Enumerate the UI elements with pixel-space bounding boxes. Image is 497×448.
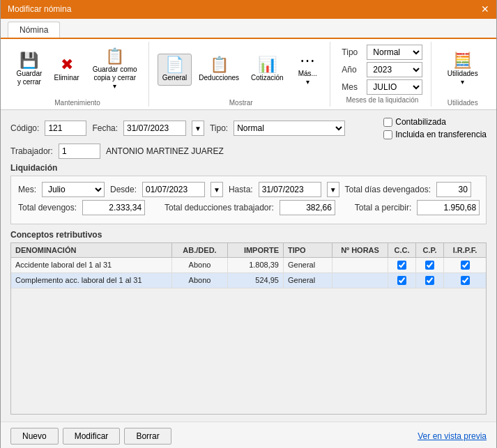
row2-irpf-checkbox[interactable] [461, 276, 470, 285]
guardar-cerrar-button[interactable]: 💾 Guardary cerrar [12, 49, 47, 90]
vista-previa-link[interactable]: Ver en vista previa [418, 431, 487, 441]
row2-cp [416, 273, 444, 288]
table-row[interactable]: Accidente laboral del 1 al 31 Abono 1.80… [11, 258, 486, 273]
col-tipo: TIPO [284, 243, 332, 257]
utilidades-button[interactable]: 🧮 Utilidades ▾ [440, 49, 485, 90]
mes-liq-select[interactable]: Julio [42, 182, 105, 197]
contabilizada-row: Contabilizada [383, 117, 487, 127]
conceptos-table: DENOMINACIÓN AB./DED. IMPORTE TIPO Nº HO… [10, 242, 487, 415]
col-horas: Nº HORAS [332, 243, 388, 257]
top-form-row: Código: Fecha: ▼ Tipo: Normal Contabiliz… [10, 117, 487, 139]
general-icon: 📄 [165, 57, 184, 72]
tipo-select[interactable]: Normal [367, 45, 422, 60]
save-icon: 💾 [20, 53, 38, 68]
row2-cc-checkbox[interactable] [397, 276, 406, 285]
contabilizada-label: Contabilizada [395, 117, 446, 127]
row1-cc [388, 258, 416, 272]
borrar-button[interactable]: Borrar [124, 428, 171, 445]
ribbon-group-meses: Tipo Normal Año 2023 Mes JULIO [333, 42, 431, 107]
main-window: Modificar nómina ✕ Nómina 💾 Guardary cer… [0, 0, 497, 448]
liquidacion-box: Mes: Julio Desde: ▼ Hasta: ▼ Total días … [10, 176, 487, 224]
row2-cp-checkbox[interactable] [425, 276, 434, 285]
mantenimiento-buttons: 💾 Guardary cerrar ✖ Eliminar 📋 Guardar c… [12, 42, 143, 98]
liq-row-1: Mes: Julio Desde: ▼ Hasta: ▼ Total días … [18, 182, 479, 197]
mantenimiento-label: Mantenimiento [54, 99, 100, 107]
footer-buttons: Nuevo Modificar Borrar [10, 428, 171, 445]
desde-picker-button[interactable]: ▼ [211, 182, 223, 197]
anio-label: Año [342, 65, 362, 75]
row2-tipo: General [284, 273, 332, 288]
deducciones-button[interactable]: 📋 Deducciones [194, 54, 244, 86]
fecha-label: Fecha: [92, 123, 118, 133]
trabajador-id-input[interactable] [59, 144, 100, 159]
cotizacion-icon: 📊 [258, 57, 277, 72]
close-button[interactable]: ✕ [481, 3, 489, 15]
transferencia-checkbox[interactable] [383, 130, 392, 139]
transferencia-row: Incluida en transferencia [383, 130, 487, 139]
tipo-label: Tipo [342, 47, 362, 57]
nuevo-button[interactable]: Nuevo [10, 428, 59, 445]
deducciones-icon: 📋 [210, 57, 229, 72]
copy-save-icon: 📋 [105, 49, 124, 64]
desde-input[interactable] [142, 182, 205, 197]
row2-ab-ded: Abono [172, 273, 228, 288]
tipo-row: Tipo Normal [342, 45, 422, 60]
guardar-copia-button[interactable]: 📋 Guardar comocopia y cerrar ▾ [86, 45, 143, 94]
right-checkboxes: Contabilizada Incluida en transferencia [383, 117, 487, 139]
row2-cc [388, 273, 416, 288]
trabajador-label: Trabajador: [10, 146, 53, 156]
table-header: DENOMINACIÓN AB./DED. IMPORTE TIPO Nº HO… [11, 243, 486, 258]
devengos-input[interactable] [82, 200, 145, 215]
fecha-input[interactable] [123, 121, 186, 136]
conceptos-section-label: Conceptos retributivos [10, 230, 487, 240]
desde-label: Desde: [110, 185, 137, 194]
row1-irpf-checkbox[interactable] [461, 261, 470, 270]
codigo-input[interactable] [45, 121, 86, 136]
mes-select[interactable]: JULIO [367, 79, 422, 95]
cotizacion-button[interactable]: 📊 Cotización [246, 54, 288, 86]
delete-icon: ✖ [61, 57, 73, 72]
contabilizada-checkbox[interactable] [383, 118, 392, 127]
table-empty-space [11, 288, 486, 414]
ribbon-group-mostrar: 📄 General 📋 Deducciones 📊 Cotización ⋯ M… [152, 42, 330, 107]
deducciones-label: Total deducciones trabajador: [165, 203, 274, 213]
trabajador-name: ANTONIO MARTINEZ JUAREZ [106, 146, 224, 156]
row1-horas [332, 258, 388, 272]
hasta-picker-button[interactable]: ▼ [327, 182, 339, 197]
devengos-label: Total devengos: [18, 203, 77, 213]
eliminar-button[interactable]: ✖ Eliminar [49, 54, 84, 86]
liquidacion-section-label: Liquidación [10, 163, 487, 173]
fecha-picker-button[interactable]: ▼ [192, 121, 204, 136]
mas-button[interactable]: ⋯ Más... ▾ [291, 49, 324, 90]
row1-cp [416, 258, 444, 272]
tipo-field-select[interactable]: Normal [234, 121, 345, 136]
tipo-field-label: Tipo: [210, 123, 228, 133]
percibir-input[interactable] [417, 200, 480, 215]
anio-row: Año 2023 [342, 62, 422, 77]
row1-cp-checkbox[interactable] [425, 261, 434, 270]
mas-icon: ⋯ [300, 53, 315, 68]
modificar-button[interactable]: Modificar [63, 428, 121, 445]
row1-cc-checkbox[interactable] [397, 261, 406, 270]
utilidades-label: Utilidades [448, 99, 478, 107]
mostrar-label: Mostrar [229, 99, 253, 107]
title-bar: Modificar nómina ✕ [1, 0, 496, 19]
general-button[interactable]: 📄 General [158, 54, 192, 86]
dias-input[interactable] [436, 182, 471, 197]
row1-denominacion: Accidente laboral del 1 al 31 [11, 258, 172, 272]
table-row[interactable]: Complemento acc. laboral del 1 al 31 Abo… [11, 273, 486, 288]
hasta-input[interactable] [259, 182, 321, 197]
col-ab-ded: AB./DED. [172, 243, 228, 257]
ribbon-group-utilidades: 🧮 Utilidades ▾ Utilidades [434, 42, 491, 107]
transferencia-label: Incluida en transferencia [395, 130, 487, 139]
tab-nomina[interactable]: Nómina [8, 22, 60, 38]
codigo-label: Código: [10, 123, 39, 133]
utilidades-items: 🧮 Utilidades ▾ [440, 42, 485, 98]
ribbon-tabs: Nómina [1, 19, 496, 39]
anio-select[interactable]: 2023 [367, 62, 422, 77]
trabajador-row: Trabajador: ANTONIO MARTINEZ JUAREZ [10, 144, 487, 159]
deducciones-input[interactable] [280, 200, 335, 215]
hasta-label: Hasta: [229, 185, 253, 194]
col-cc: C.C. [388, 243, 416, 257]
mes-liq-label: Mes: [18, 185, 36, 194]
